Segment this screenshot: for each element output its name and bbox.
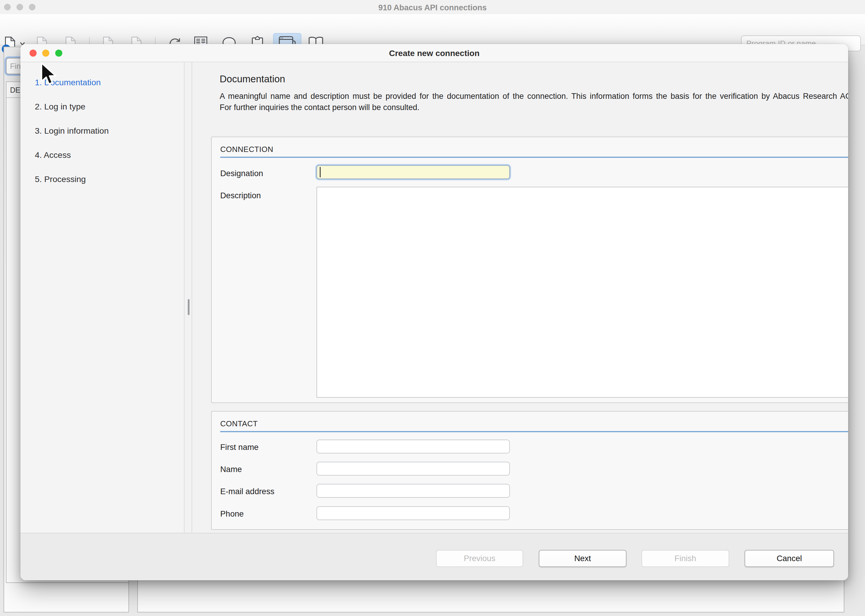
- app-screen: 910 Abacus API connections + ×: [0, 0, 865, 616]
- phone-input[interactable]: [317, 506, 510, 520]
- finish-button: Finish: [641, 550, 729, 567]
- contact-section: CONTACT First name Name E-mail address P…: [211, 411, 848, 530]
- intro-line-1: A meaningful name and description must b…: [220, 91, 848, 102]
- cancel-button[interactable]: Cancel: [745, 550, 834, 567]
- text-caret: [320, 167, 321, 177]
- description-textarea[interactable]: [317, 187, 848, 398]
- next-button[interactable]: Next: [539, 550, 627, 567]
- wizard-step-processing[interactable]: 5. Processing: [20, 173, 184, 185]
- main-window-title: 910 Abacus API connections: [0, 0, 865, 14]
- dialog-title: Create new connection: [20, 44, 848, 62]
- splitter-drag-handle[interactable]: [188, 299, 189, 315]
- wizard-steps-pane: 1. Documentation 2. Log in type 3. Login…: [20, 62, 184, 533]
- wizard-step-login-type[interactable]: 2. Log in type: [20, 100, 184, 113]
- wizard-step-login-information[interactable]: 3. Login information: [20, 124, 184, 137]
- dialog-titlebar: Create new connection: [20, 44, 848, 62]
- email-label: E-mail address: [220, 487, 274, 496]
- create-connection-dialog: Create new connection 1. Documentation 2…: [20, 44, 848, 580]
- step-content-pane: Documentation A meaningful name and desc…: [193, 62, 848, 533]
- first-name-label: First name: [220, 443, 258, 452]
- main-window-titlebar: 910 Abacus API connections: [0, 0, 865, 14]
- connection-section: CONNECTION Designation Description: [211, 137, 848, 403]
- description-label: Description: [220, 191, 261, 200]
- step-intro-text: A meaningful name and description must b…: [220, 91, 848, 113]
- connection-section-title: CONNECTION: [220, 145, 273, 154]
- contact-section-rule: [220, 431, 848, 432]
- main-toolbar: + ×: [0, 14, 865, 46]
- step-heading: Documentation: [220, 74, 285, 85]
- contact-section-title: CONTACT: [220, 419, 258, 428]
- dialog-footer: Previous Next Finish Cancel: [20, 533, 848, 580]
- intro-line-2: For further inquiries the contact person…: [220, 102, 848, 113]
- designation-input[interactable]: [317, 165, 510, 179]
- first-name-input[interactable]: [317, 440, 510, 453]
- designation-label: Designation: [220, 169, 263, 178]
- email-input[interactable]: [317, 484, 510, 498]
- connection-section-rule: [220, 157, 848, 158]
- dialog-body: 1. Documentation 2. Log in type 3. Login…: [20, 62, 848, 533]
- wizard-step-access[interactable]: 4. Access: [20, 148, 184, 161]
- previous-button: Previous: [436, 550, 523, 567]
- wizard-step-documentation[interactable]: 1. Documentation: [20, 76, 184, 89]
- pane-splitter: [185, 62, 192, 533]
- phone-label: Phone: [220, 509, 244, 519]
- name-input[interactable]: [317, 462, 510, 476]
- name-label: Name: [220, 465, 242, 474]
